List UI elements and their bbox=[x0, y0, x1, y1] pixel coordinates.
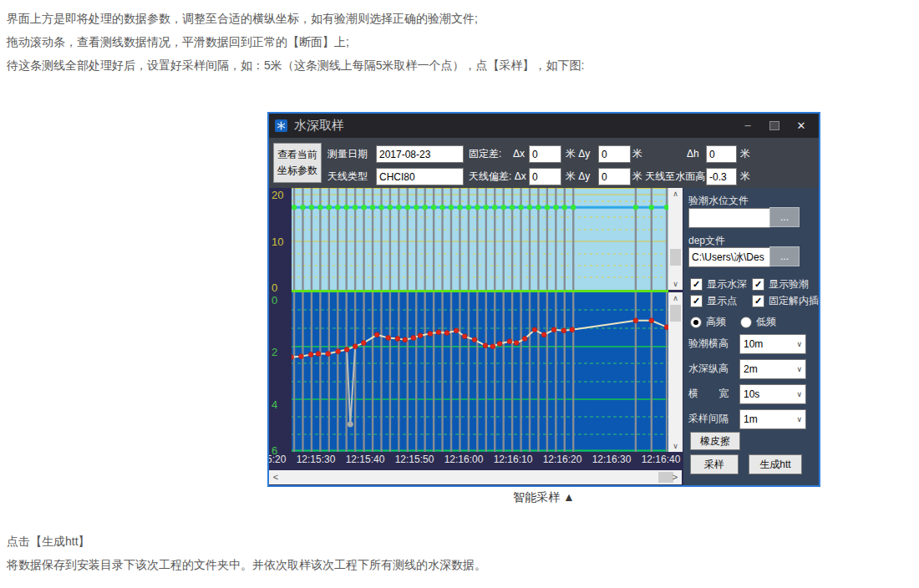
antenna-dx-input[interactable] bbox=[529, 168, 561, 185]
dep-file-label: dep文件 bbox=[688, 234, 725, 248]
depth-chart-plot[interactable] bbox=[292, 292, 668, 452]
tide-chart-plot[interactable] bbox=[292, 188, 668, 290]
antenna-type-input[interactable] bbox=[376, 168, 464, 185]
params-row-1: 测量日期 固定差: Δx 米 Δy 米 Δh 米 bbox=[269, 145, 819, 163]
x-tick-label: 12:15:20 bbox=[269, 454, 286, 465]
m-dy-label: 米 Δy bbox=[566, 145, 590, 163]
minimize-icon[interactable] bbox=[740, 119, 755, 134]
maximize-icon[interactable] bbox=[767, 119, 782, 134]
tide-file-input[interactable] bbox=[688, 208, 770, 228]
fixed-dy-input[interactable] bbox=[598, 145, 631, 163]
chevron-down-icon: ∨ bbox=[796, 340, 802, 348]
meter-label: 米 bbox=[740, 145, 750, 163]
browse-dep-file-button[interactable]: ... bbox=[769, 246, 800, 266]
window-titlebar[interactable]: 水深取样 bbox=[269, 114, 819, 138]
fixed-dx-input[interactable] bbox=[529, 145, 561, 163]
sample-interval-label: 采样间隔 bbox=[688, 412, 729, 426]
depth-scale-select[interactable]: 2m∨ bbox=[739, 359, 806, 379]
tide-vertical-scrollbar[interactable]: ∧ ∨ bbox=[668, 188, 683, 290]
radio-icon[interactable] bbox=[740, 317, 752, 328]
checkbox-checked-icon[interactable] bbox=[690, 295, 703, 307]
antenna-height-input[interactable] bbox=[706, 168, 737, 185]
side-panel: 验潮水位文件 ... dep文件 ... 显示水深 显示验潮 显示点 bbox=[683, 188, 819, 485]
snowflake-app-icon bbox=[275, 119, 287, 132]
meter-label: 米 bbox=[740, 168, 750, 185]
high-freq-radio[interactable]: 高频 bbox=[690, 315, 726, 329]
show-tide-checkbox[interactable]: 显示验潮 bbox=[752, 277, 809, 291]
meter-label: 米 bbox=[632, 145, 642, 163]
outro-line-2: 将数据保存到安装目录下该次工程的文件夹中。并依次取样该次工程下所有测线的水深数据… bbox=[7, 558, 486, 573]
horizontal-width-select[interactable]: 10s∨ bbox=[739, 384, 806, 404]
intro-line-2: 拖动滚动条，查看测线数据情况，平滑数据回到正常的【断面】上; bbox=[7, 35, 349, 50]
fixed-dh-input[interactable] bbox=[706, 145, 737, 163]
scroll-down-icon[interactable]: ∨ bbox=[668, 278, 683, 290]
show-depth-checkbox[interactable]: 显示水深 bbox=[690, 277, 747, 291]
sample-interval-select[interactable]: 1m∨ bbox=[739, 409, 806, 429]
fixed-solution-interp-checkbox[interactable]: 固定解内插 bbox=[752, 294, 819, 308]
scrollbar-thumb[interactable] bbox=[670, 249, 681, 266]
tide-y-tick-label: 10 bbox=[272, 236, 290, 248]
low-freq-radio[interactable]: 低频 bbox=[740, 315, 776, 329]
x-tick-label: 12:15:40 bbox=[346, 454, 385, 465]
params-row-2: 天线类型 天线偏差: Δx 米 Δy 米 天线至水面高 米 bbox=[269, 168, 819, 185]
depth-scale-label: 水深纵高 bbox=[688, 362, 729, 376]
x-tick-label: 12:16:30 bbox=[592, 454, 632, 465]
depth-y-tick-label: 4 bbox=[272, 398, 290, 411]
intro-line-1: 界面上方是即将处理的数据参数，调整至合适的横纵坐标，如有验潮则选择正确的验潮文件… bbox=[7, 12, 478, 27]
scroll-up-icon[interactable]: ∧ bbox=[668, 292, 683, 304]
depth-y-tick-label: 2 bbox=[272, 346, 290, 358]
page: 界面上方是即将处理的数据参数，调整至合适的横纵坐标，如有验潮则选择正确的验潮文件… bbox=[0, 0, 919, 588]
chevron-down-icon: ∨ bbox=[796, 365, 802, 373]
dh-label: Δh bbox=[687, 145, 699, 163]
chart-area: 20100 0246 ∧ ∨ ∧ ∨ 12:15:2012:15:3012:15… bbox=[269, 188, 683, 485]
antenna-dy-input[interactable] bbox=[598, 168, 631, 185]
window-controls bbox=[740, 119, 819, 134]
eraser-button[interactable]: 橡皮擦 bbox=[690, 432, 740, 450]
tide-y-tick-label: 0 bbox=[272, 281, 290, 294]
sample-button[interactable]: 采样 bbox=[690, 454, 739, 474]
x-tick-label: 12:15:50 bbox=[395, 454, 434, 465]
outro-line-1: 点击【生成htt】 bbox=[7, 535, 90, 550]
tide-width-select[interactable]: 10m∨ bbox=[739, 334, 806, 354]
x-tick-label: 12:16:20 bbox=[543, 454, 582, 465]
radio-selected-icon[interactable] bbox=[690, 317, 702, 328]
scroll-down-icon[interactable]: ∨ bbox=[668, 440, 683, 452]
intro-line-3: 待这条测线全部处理好后，设置好采样间隔，如：5米（这条测线上每隔5米取样一个点）… bbox=[7, 58, 584, 74]
x-tick-label: 12:16:00 bbox=[444, 454, 484, 465]
checkbox-checked-icon[interactable] bbox=[752, 295, 764, 307]
x-tick-label: 12:15:30 bbox=[297, 454, 336, 465]
horizontal-scrollbar[interactable]: < > bbox=[269, 470, 682, 484]
depth-y-tick-label: 0 bbox=[272, 294, 290, 307]
fixed-diff-label: 固定差: bbox=[469, 145, 501, 163]
time-axis: 12:15:2012:15:3012:15:4012:15:5012:16:00… bbox=[269, 452, 683, 469]
close-icon[interactable] bbox=[794, 119, 809, 134]
tide-y-tick-label: 20 bbox=[272, 189, 290, 201]
x-tick-label: 12:16:10 bbox=[494, 454, 533, 465]
generate-htt-button[interactable]: 生成htt bbox=[749, 454, 802, 474]
tide-file-label: 验潮水位文件 bbox=[688, 194, 749, 208]
dx-label: Δx bbox=[513, 145, 525, 163]
chevron-down-icon: ∨ bbox=[796, 390, 802, 398]
checkbox-checked-icon[interactable] bbox=[690, 278, 703, 291]
x-tick-label: 12:16:40 bbox=[642, 454, 681, 465]
antenna-height-label: 米 天线至水面高 bbox=[632, 168, 705, 185]
chevron-down-icon: ∨ bbox=[796, 415, 802, 423]
scroll-right-icon[interactable]: > bbox=[669, 470, 681, 484]
browse-tide-file-button[interactable]: ... bbox=[769, 207, 800, 227]
antenna-type-label: 天线类型 bbox=[327, 168, 368, 185]
dep-file-input[interactable] bbox=[688, 247, 770, 267]
smart-sampling-toggle[interactable]: 智能采样 ▲ bbox=[267, 490, 820, 505]
date-input[interactable] bbox=[376, 145, 464, 163]
depth-vertical-scrollbar[interactable]: ∧ ∨ bbox=[668, 292, 683, 452]
show-points-checkbox[interactable]: 显示点 bbox=[690, 294, 737, 308]
date-label: 测量日期 bbox=[327, 145, 368, 163]
tide-width-label: 验潮横高 bbox=[688, 337, 729, 351]
checkbox-checked-icon[interactable] bbox=[752, 278, 764, 291]
window-title: 水深取样 bbox=[294, 118, 344, 134]
main-area: 20100 0246 ∧ ∨ ∧ ∨ 12:15:2012:15:3012:15… bbox=[269, 188, 819, 485]
params-panel: 查看当前坐标参数 测量日期 固定差: Δx 米 Δy 米 Δh 米 天线类型 天… bbox=[269, 138, 819, 188]
app-window: 水深取样 查看当前坐标参数 测量日期 固定差: Δx 米 Δy 米 Δh 米 bbox=[267, 112, 820, 487]
scrollbar-thumb[interactable] bbox=[670, 305, 681, 322]
scroll-up-icon[interactable]: ∧ bbox=[668, 188, 683, 200]
scroll-left-icon[interactable]: < bbox=[270, 470, 282, 484]
